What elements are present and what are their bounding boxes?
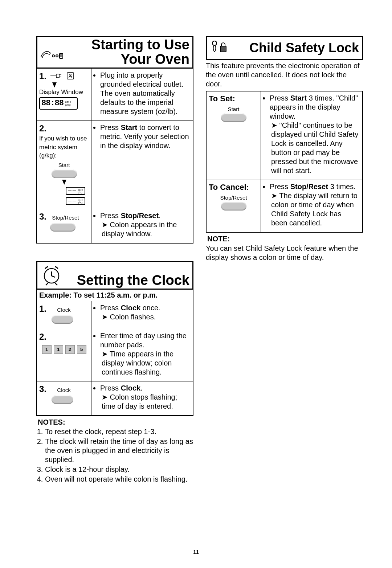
starting-oven-steps: 1. Display Window 88:88: [36, 69, 193, 244]
step-text: Press Stop/Reset 3 times.: [270, 183, 356, 191]
step-number: 2.: [39, 123, 46, 134]
step-text: Press Clock once.: [100, 304, 160, 312]
step-sub: Colon flashes.: [100, 312, 190, 322]
clock-notes: NOTES: To reset the clock, repeat step 1…: [36, 418, 193, 484]
notes-heading: NOTES:: [38, 418, 193, 426]
step-right-cell: Plug into a properly grounded electrical…: [91, 69, 193, 120]
start-button-icon: [221, 113, 246, 122]
step-sub: Time appears in the display window; colo…: [100, 350, 190, 377]
to-cancel-label: To Cancel:: [209, 182, 258, 192]
section-title: Starting to Use Your Oven: [64, 38, 191, 67]
step-left-cell: 2. If you wish to use metric system (g/k…: [37, 121, 91, 209]
note-item: To reset the clock, repeat step 1-3.: [45, 427, 193, 436]
step-right-cell: Press Start 3 times. "Child" appears in …: [261, 91, 362, 180]
step-bullet: Press Clock. Colon stops flashing; time …: [100, 384, 190, 411]
stop-reset-button-icon: [221, 202, 246, 211]
step-bullet: Plug into a properly grounded electrical…: [100, 71, 190, 116]
unit-bot: g/kg: [65, 103, 70, 106]
svg-rect-2: [60, 53, 63, 58]
step-text: Enter time of day using the number pads.: [100, 332, 187, 349]
note-item: The clock will retain the time of day as…: [45, 437, 193, 464]
num-key: 1: [54, 345, 63, 354]
step-left-text: If you wish to use metric system (g/kg):: [39, 135, 87, 159]
svg-point-4: [70, 74, 71, 75]
left-column: Starting to Use Your Oven 1.: [36, 36, 193, 485]
child-lock-intro: This feature prevents the electronic ope…: [206, 61, 363, 89]
number-pad-icon: 1 1 2 5: [39, 345, 89, 354]
display-window-icon: 88:88 oz/lb g/kg: [39, 97, 78, 110]
step-right-cell: Press Start to convert to metric. Verify…: [91, 121, 193, 209]
step-text: Press Clock.: [100, 384, 143, 392]
step-row: To Cancel: Stop/Reset Press Stop/Reset 3…: [207, 180, 362, 232]
step-text: The oven automatically defaults to the i…: [100, 89, 177, 115]
clock-button-label: Clock: [57, 307, 71, 314]
hand-pressing-buttons-icon: [39, 41, 64, 67]
step-right-cell: Press Stop/Reset 3 times. The display wi…: [261, 180, 362, 232]
num-key: 1: [42, 345, 52, 354]
note-heading: NOTE:: [207, 235, 363, 243]
display-digits: 88:88: [41, 98, 64, 109]
step-right-cell: Press Clock. Colon stops flashing; time …: [91, 381, 193, 415]
plug-icon: [50, 71, 75, 81]
note-item: Clock is a 12-hour display.: [45, 465, 193, 474]
step-bullet: Enter time of day using the number pads.…: [100, 331, 190, 377]
svg-point-1: [56, 55, 58, 57]
note-item: Oven will not operate while colon is fla…: [45, 475, 193, 484]
clock-button-icon: [52, 395, 73, 404]
svg-point-0: [52, 55, 54, 57]
step-row: To Set: Start Press Start 3 times. "Chil…: [207, 91, 362, 180]
clock-button-icon: [52, 315, 73, 324]
step-sub: Colon stops flashing; time of day is ent…: [100, 393, 190, 411]
step-bullet: Press Clock once. Colon flashes.: [100, 303, 190, 322]
num-key: 2: [65, 345, 75, 354]
step-text: Press Start 3 times. "Child" appears in …: [270, 94, 358, 120]
step-number: 3.: [39, 211, 46, 222]
display-units: oz/lb g/kg: [65, 101, 71, 106]
step-text: Plug into a properly grounded electrical…: [100, 71, 183, 88]
display-window-label: Display Window: [39, 88, 89, 96]
right-column: Child Safety Lock This feature prevents …: [206, 36, 363, 485]
stop-reset-button-label: Stop/Reset: [209, 195, 258, 201]
step-number: 1.: [39, 71, 46, 82]
step-left-cell: 2. 1 1 2 5: [37, 329, 91, 381]
stop-reset-button-label: Stop/Reset: [52, 214, 79, 221]
step-number: 1.: [39, 303, 46, 314]
start-button-icon: [52, 169, 77, 178]
arrow-down-icon: [62, 180, 66, 185]
step-right-cell: Enter time of day using the number pads.…: [91, 329, 193, 381]
step-right-cell: Press Stop/Reset. Colon appears in the d…: [91, 209, 193, 243]
step-number: 2.: [39, 331, 46, 342]
step-bullet: Press Stop/Reset 3 times. The display wi…: [270, 182, 359, 228]
step-sub: "Child" continues to be displayed until …: [270, 121, 359, 175]
clock-button-label: Clock: [57, 387, 71, 394]
step-sub: The display will return to colon or time…: [270, 191, 359, 228]
num-key: 5: [77, 345, 86, 354]
step-number: 3.: [39, 384, 46, 395]
svg-rect-7: [220, 46, 226, 52]
section-title: Child Safety Lock: [229, 41, 360, 55]
two-column-layout: Starting to Use Your Oven 1.: [36, 36, 363, 485]
page-number: 11: [0, 549, 392, 555]
start-button-label: Start: [209, 106, 258, 113]
step-row: 3. Stop/Reset Press Stop/Reset. Colon ap…: [37, 209, 193, 243]
section-starting-oven-title: Starting to Use Your Oven: [36, 36, 193, 69]
step-left-cell: 1. Clock: [37, 301, 91, 329]
step-left-cell: 1. Display Window 88:88: [37, 69, 91, 120]
section-child-lock-title: Child Safety Lock: [206, 36, 363, 60]
step-bullet: Press Stop/Reset. Colon appears in the d…: [100, 211, 190, 238]
to-set-label: To Set:: [209, 94, 258, 104]
step-left-cell: 3. Clock: [37, 381, 91, 415]
step-left-cell: 3. Stop/Reset: [37, 209, 91, 243]
example-header: Example: To set 11:25 a.m. or p.m.: [36, 290, 193, 301]
step-left-cell: To Cancel: Stop/Reset: [207, 180, 261, 232]
step-row: 1. Display Window 88:88: [37, 69, 193, 121]
step-right-cell: Press Clock once. Colon flashes.: [91, 301, 193, 329]
child-lock-icon: [208, 38, 229, 58]
alarm-clock-icon: [39, 262, 64, 288]
section-title: Setting the Clock: [64, 273, 191, 288]
step-text: Press Stop/Reset.: [100, 212, 161, 220]
section-setting-clock-title: Setting the Clock: [36, 261, 193, 290]
step-row: 3. Clock Press Clock. Colon stops flashi…: [37, 381, 193, 415]
step-row: 2. If you wish to use metric system (g/k…: [37, 121, 193, 209]
child-lock-rows: To Set: Start Press Start 3 times. "Chil…: [206, 91, 363, 233]
